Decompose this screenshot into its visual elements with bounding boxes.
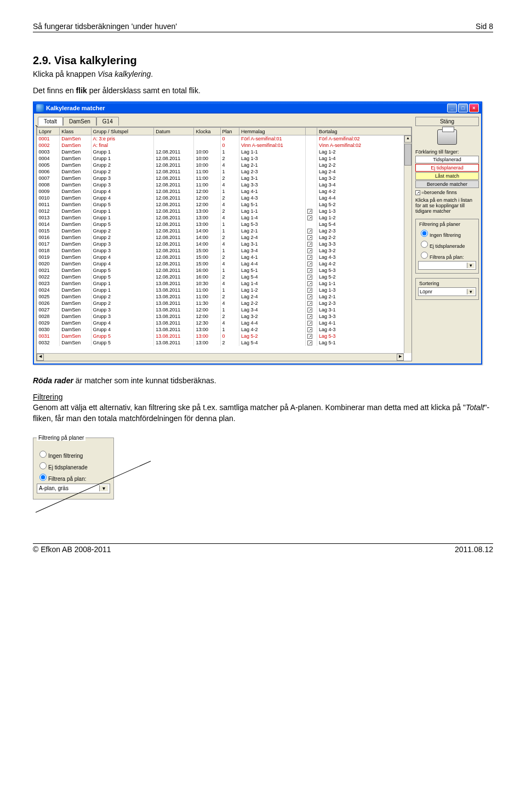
column-header[interactable]: Löpnr (37, 128, 60, 135)
chevron-down-icon: ▾ (99, 485, 108, 491)
table-cell: Lag 5-1 (239, 267, 305, 274)
filter-opt-none[interactable]: Ingen filtrering (418, 228, 476, 238)
filter2-opt-none[interactable]: Ingen filtrering (37, 449, 110, 459)
intro-2c: per åldersklass samt en total flik. (87, 86, 201, 95)
table-row[interactable]: 0028DamSenGrupp 313.08.201112:002Lag 3-2… (37, 313, 411, 320)
stang-button[interactable]: Stäng (415, 117, 479, 126)
table-cell: Grupp 5 (91, 339, 154, 346)
table-row[interactable]: 0010DamSenGrupp 412.08.201112:002Lag 4-3… (37, 195, 411, 201)
table-row[interactable]: 0006DamSenGrupp 212.08.201111:001Lag 2-3… (37, 168, 411, 175)
table-cell: 12:30 (194, 320, 220, 326)
table-row[interactable]: 0022DamSenGrupp 512.08.201116:002Lag 5-4… (37, 274, 411, 280)
table-row[interactable]: 0011DamSenGrupp 512.08.201112:004Lag 5-1… (37, 201, 411, 208)
table-cell: 12.08.2011 (154, 168, 194, 175)
table-row[interactable]: 0018DamSenGrupp 312.08.201115:001Lag 3-4… (37, 247, 411, 254)
scroll-up-button[interactable]: ▲ (404, 135, 411, 143)
filter-heading-label: Filtrering (33, 393, 62, 401)
table-row[interactable]: 0005DamSenGrupp 212.08.201110:004Lag 2-1… (37, 162, 411, 168)
table-row[interactable]: 0029DamSenGrupp 413.08.201112:304Lag 4-4… (37, 320, 411, 326)
table-cell: 13.08.2011 (154, 287, 194, 293)
table-cell: 11:00 (194, 287, 220, 293)
column-header[interactable]: Plan (220, 128, 239, 135)
table-row[interactable]: 0032DamSenGrupp 513.08.201113:002Lag 5-4… (37, 339, 411, 346)
column-header[interactable]: Hemmalag (239, 128, 305, 135)
filter-opt-plan[interactable]: Filtrera på plan: (418, 250, 476, 260)
tab-g14[interactable]: G14 (96, 117, 119, 126)
table-row[interactable]: 0021DamSenGrupp 512.08.201116:001Lag 5-1… (37, 267, 411, 274)
filter-opt-unplanned[interactable]: Ej tidsplanerade (418, 239, 476, 249)
table-row[interactable]: 0008DamSenGrupp 312.08.201111:004Lag 3-3… (37, 181, 411, 188)
table-cell: 14:00 (194, 228, 220, 234)
filter2-combo[interactable]: A-plan, gräs ▾ (37, 484, 110, 493)
table-row[interactable]: 0014DamSenGrupp 512.08.201113:001Lag 5-3… (37, 221, 411, 228)
column-header[interactable]: Datum (154, 128, 194, 135)
sort-combo[interactable]: Löpnr ▾ (418, 287, 476, 296)
table-cell: DamSen (60, 228, 91, 234)
table-cell: Lag 3-3 (239, 181, 305, 188)
grid[interactable]: LöpnrKlassGrupp / SlutspelDatumKlockaPla… (36, 127, 412, 361)
scroll-thumb[interactable] (404, 144, 411, 166)
maximize-button[interactable]: □ (458, 104, 468, 112)
page-header: Så fungerar tidsberäkningen 'under huven… (33, 22, 493, 32)
column-header[interactable]: Grupp / Slutspel (91, 128, 154, 135)
table-row[interactable]: 0023DamSenGrupp 113.08.201110:304Lag 1-4… (37, 280, 411, 287)
table-row[interactable]: 0024DamSenGrupp 113.08.201111:001Lag 1-2… (37, 287, 411, 293)
table-row[interactable]: 0009DamSenGrupp 412.08.201112:001Lag 4-1… (37, 188, 411, 195)
table-row[interactable]: 0020DamSenGrupp 412.08.201115:004Lag 4-4… (37, 260, 411, 267)
table-cell: DamSen (60, 333, 91, 339)
filter2-radio-unplanned[interactable] (39, 462, 47, 469)
table-row[interactable]: 0013DamSenGrupp 112.08.201113:004Lag 1-4… (37, 214, 411, 221)
filter2-opt-plan[interactable]: Filtrera på plan: (37, 472, 110, 482)
scroll-left-button[interactable]: ◀ (37, 354, 44, 361)
table-cell: Lag 1-3 (239, 155, 305, 162)
horizontal-scrollbar[interactable]: ◀ ▶ (37, 353, 404, 361)
minimize-button[interactable]: _ (447, 104, 457, 112)
table-cell: 12.08.2011 (154, 162, 194, 168)
table-cell: 13.08.2011 (154, 313, 194, 320)
table-row[interactable]: 0017DamSenGrupp 312.08.201114:004Lag 3-1… (37, 241, 411, 247)
filter-radio-none[interactable] (421, 230, 428, 237)
footer-left: © Efkon AB 2008-2011 (33, 545, 111, 554)
filter-radio-plan[interactable] (421, 252, 428, 259)
table-row[interactable]: 0003DamSenGrupp 112.08.201110:001Lag 1-1… (37, 149, 411, 155)
column-header[interactable] (306, 128, 317, 135)
tab-totalt[interactable]: Totalt (38, 117, 63, 126)
table-row[interactable]: 0026DamSenGrupp 213.08.201111:304Lag 2-2… (37, 300, 411, 306)
filter-radio-unplanned[interactable] (421, 241, 428, 248)
table-row[interactable]: 0001DamSenA: 3:e pris0Förl A-semifinal:0… (37, 135, 411, 142)
table-row[interactable]: 0002DamSenA: final0Vinn A-semifinal:01Vi… (37, 142, 411, 149)
table-row[interactable]: 0012DamSenGrupp 112.08.201113:002Lag 1-1… (37, 208, 411, 214)
window-kalkylerade-matcher: Kalkylerade matcher _ □ × Totalt DamSen … (33, 101, 482, 365)
dependency-icon: ↗ (307, 209, 312, 214)
table-cell: 0006 (37, 168, 60, 175)
filter2-radio-plan[interactable] (39, 474, 47, 481)
scroll-right-button[interactable]: ▶ (397, 354, 404, 361)
column-header[interactable]: Klass (60, 128, 91, 135)
table-row[interactable]: 0007DamSenGrupp 312.08.201111:002Lag 3-1… (37, 175, 411, 181)
table-row[interactable]: 0027DamSenGrupp 313.08.201112:001Lag 3-4… (37, 306, 411, 313)
filter2-radio-none[interactable] (39, 451, 47, 458)
table-cell: ↗ (306, 326, 317, 333)
table-cell: ↗ (306, 339, 317, 346)
vertical-scrollbar[interactable]: ▲ (404, 135, 411, 353)
filter2-opt-unplanned[interactable]: Ej tidsplanerade (37, 461, 110, 470)
printer-icon[interactable] (437, 129, 457, 145)
legend-dependent: Beroende matcher (415, 180, 479, 188)
table-row[interactable]: 0016DamSenGrupp 212.08.201114:002Lag 2-4… (37, 234, 411, 241)
table-row[interactable]: 0015DamSenGrupp 212.08.201114:001Lag 2-1… (37, 228, 411, 234)
close-button[interactable]: × (469, 104, 479, 112)
table-cell: 0013 (37, 214, 60, 221)
table-row[interactable]: 0031DamSenGrupp 513.08.201113:000Lag 5-2… (37, 333, 411, 339)
tab-damsen[interactable]: DamSen (63, 117, 96, 126)
table-cell: 14:00 (194, 234, 220, 241)
table-row[interactable]: 0025DamSenGrupp 213.08.201111:002Lag 2-4… (37, 293, 411, 300)
column-header[interactable]: Klocka (194, 128, 220, 135)
dep-symbol-icon: ↗ (415, 190, 420, 195)
filter-plan-combo[interactable]: ▾ (418, 261, 476, 270)
window-titlebar[interactable]: Kalkylerade matcher _ □ × (34, 103, 481, 113)
table-row[interactable]: 0019DamSenGrupp 412.08.201115:002Lag 4-1… (37, 254, 411, 260)
table-row[interactable]: 0004DamSenGrupp 112.08.201110:002Lag 1-3… (37, 155, 411, 162)
table-row[interactable]: 0030DamSenGrupp 413.08.201113:001Lag 4-2… (37, 326, 411, 333)
table-cell: 10:00 (194, 149, 220, 155)
column-header[interactable]: Bortalag (317, 128, 411, 135)
